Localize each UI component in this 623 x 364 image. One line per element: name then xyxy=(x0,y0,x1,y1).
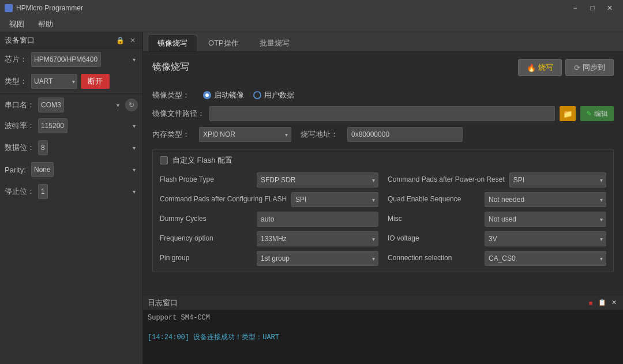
misc-select-wrap: Not used DDR mode xyxy=(485,212,606,227)
cmd-pads-reset-item: Command Pads after Power-on Reset SPI Du… xyxy=(388,172,606,187)
cmd-pads-flash-select[interactable]: SPI DualSPI QuadSPI xyxy=(291,192,378,207)
pin-group-select-wrap: 1st group 2nd group xyxy=(257,251,378,266)
io-voltage-select-wrap: 3V 1.8V xyxy=(485,231,606,246)
quad-enable-label: Quad Enable Sequence xyxy=(388,195,480,204)
main-area: 设备窗口 🔒 ✕ 芯片： HPM6700/HPM6400 类型： UART xyxy=(0,32,623,364)
databits-select[interactable]: 8 xyxy=(38,140,48,155)
dummy-cycles-input[interactable] xyxy=(257,212,378,227)
sidebar-close-icon[interactable]: ✕ xyxy=(127,35,138,46)
conn-select-label: Connection selection xyxy=(388,254,480,263)
radio-user-circle xyxy=(253,91,261,99)
baud-row: 波特率： 115200 xyxy=(0,115,142,137)
pin-group-select[interactable]: 1st group 2nd group xyxy=(257,251,378,266)
stopbits-select[interactable]: 1 xyxy=(38,184,48,199)
disconnect-button[interactable]: 断开 xyxy=(81,74,110,89)
flash-config-checkbox[interactable] xyxy=(160,156,168,164)
sidebar-icons: 🔒 ✕ xyxy=(115,35,138,46)
title-bar: HPMicro Programmer − □ ✕ xyxy=(0,0,623,16)
sidebar-title: 设备窗口 xyxy=(5,35,35,46)
databits-label: 数据位： xyxy=(5,142,35,153)
menu-view[interactable]: 视图 xyxy=(2,17,31,32)
sidebar-lock-icon[interactable]: 🔒 xyxy=(115,35,125,46)
flash-probe-type-select[interactable]: SFDP SDR SFDP DDR 1-4-4 SDR xyxy=(257,172,378,187)
browse-button[interactable]: 📁 xyxy=(560,106,576,121)
quad-enable-select[interactable]: Not needed QE bit in SR1 xyxy=(485,192,606,207)
mem-type-select[interactable]: XPI0 NOR xyxy=(199,127,291,142)
refresh-button[interactable]: ↻ xyxy=(125,99,138,111)
panel-title: 镜像烧写 xyxy=(152,61,189,73)
radio-boot-image[interactable]: 启动镜像 xyxy=(203,90,244,100)
log-title-bar: 日志窗口 ■ 📋 ✕ xyxy=(143,295,623,310)
baud-select-wrap: 115200 xyxy=(38,118,138,133)
chip-select[interactable]: HPM6700/HPM6400 xyxy=(31,52,101,67)
parity-select[interactable]: None xyxy=(31,162,54,177)
parity-select-wrap: None xyxy=(31,162,138,177)
dummy-cycles-label: Dummy Cycles xyxy=(160,215,252,224)
main-panel: 镜像烧写 🔥 烧写 ⟳ 同步到 镜像类型： xyxy=(143,52,623,295)
dummy-cycles-item: Dummy Cycles xyxy=(160,212,378,227)
log-copy-icon[interactable]: 📋 xyxy=(598,298,607,307)
baud-select[interactable]: 115200 xyxy=(38,118,67,133)
misc-label: Misc xyxy=(388,215,480,224)
flash-probe-type-label: Flash Probe Type xyxy=(160,175,252,185)
parity-label: Parity: xyxy=(5,166,28,174)
image-path-input[interactable] xyxy=(209,106,555,121)
cmd-pads-reset-select[interactable]: SPI DualSPI QuadSPI xyxy=(509,172,606,187)
tab-image-burn[interactable]: 镜像烧写 xyxy=(148,35,197,51)
radio-boot-dot xyxy=(205,93,209,97)
quad-enable-item: Quad Enable Sequence Not needed QE bit i… xyxy=(388,192,606,207)
type-select[interactable]: UART xyxy=(31,74,77,89)
log-line-0: Support SM4-CCM xyxy=(148,314,618,322)
maximize-button[interactable]: □ xyxy=(584,0,601,16)
log-close-icon[interactable]: ✕ xyxy=(609,298,618,307)
freq-option-item: Frequency option 133MHz 66MHz 30MHz xyxy=(160,231,378,246)
top-right-buttons: 🔥 烧写 ⟳ 同步到 xyxy=(518,59,614,76)
radio-boot-circle xyxy=(203,91,211,99)
burn-button[interactable]: 🔥 烧写 xyxy=(518,59,562,76)
sync-button[interactable]: ⟳ 同步到 xyxy=(565,59,614,76)
content-area: 镜像烧写 OTP操作 批量烧写 镜像烧写 🔥 烧写 ⟳ 同步到 xyxy=(143,32,623,364)
quad-enable-select-wrap: Not needed QE bit in SR1 xyxy=(485,192,606,207)
image-path-row: 镜像文件路径： 📁 ✎ 编辑 xyxy=(152,106,614,121)
radio-boot-label: 启动镜像 xyxy=(214,90,244,100)
menu-help[interactable]: 帮助 xyxy=(31,17,60,32)
addr-input[interactable] xyxy=(347,127,463,142)
conn-select-select[interactable]: CA_CS0 CA_CS1 xyxy=(485,251,606,266)
radio-user-data[interactable]: 用户数据 xyxy=(253,90,294,100)
type-row: 类型： UART 断开 xyxy=(0,70,142,92)
databits-select-wrap: 8 xyxy=(38,140,138,155)
flash-config-header: 自定义 Flash 配置 xyxy=(160,155,606,166)
tab-batch-burn[interactable]: 批量烧写 xyxy=(250,35,299,51)
flame-icon: 🔥 xyxy=(527,63,536,72)
flash-config-title: 自定义 Flash 配置 xyxy=(172,155,232,166)
image-path-label: 镜像文件路径： xyxy=(152,108,205,119)
cmd-pads-flash-select-wrap: SPI DualSPI QuadSPI xyxy=(291,192,378,207)
image-type-row: 镜像类型： 启动镜像 用户数据 xyxy=(152,90,614,100)
cmd-pads-reset-select-wrap: SPI DualSPI QuadSPI xyxy=(509,172,606,187)
minimize-button[interactable]: − xyxy=(566,0,584,16)
flash-probe-type-item: Flash Probe Type SFDP SDR SFDP DDR 1-4-4… xyxy=(160,172,378,187)
misc-select[interactable]: Not used DDR mode xyxy=(485,212,606,227)
close-button[interactable]: ✕ xyxy=(601,0,618,16)
log-clear-icon[interactable]: ■ xyxy=(586,298,595,307)
port-row: 串口名： COM3 ↻ xyxy=(0,95,142,115)
port-select[interactable]: COM3 xyxy=(38,97,64,112)
addr-label: 烧写地址： xyxy=(301,129,338,140)
port-label: 串口名： xyxy=(5,100,35,110)
pin-group-item: Pin group 1st group 2nd group xyxy=(160,251,378,266)
edit-button[interactable]: ✎ 编辑 xyxy=(580,106,614,121)
io-voltage-select[interactable]: 3V 1.8V xyxy=(485,231,606,246)
flash-probe-type-select-wrap: SFDP SDR SFDP DDR 1-4-4 SDR xyxy=(257,172,378,187)
flash-config-grid: Flash Probe Type SFDP SDR SFDP DDR 1-4-4… xyxy=(160,172,606,266)
tabs-bar: 镜像烧写 OTP操作 批量烧写 xyxy=(143,32,623,52)
tab-otp[interactable]: OTP操作 xyxy=(198,35,249,51)
conn-select-item: Connection selection CA_CS0 CA_CS1 xyxy=(388,251,606,266)
mem-type-label: 内存类型： xyxy=(152,129,190,140)
freq-option-select[interactable]: 133MHz 66MHz 30MHz xyxy=(257,231,378,246)
folder-icon: 📁 xyxy=(563,110,573,118)
port-select-wrap: COM3 xyxy=(38,97,122,112)
freq-option-label: Frequency option xyxy=(160,234,252,243)
stopbits-select-wrap: 1 xyxy=(38,184,138,199)
baud-label: 波特率： xyxy=(5,121,35,131)
io-voltage-item: IO voltage 3V 1.8V xyxy=(388,231,606,246)
